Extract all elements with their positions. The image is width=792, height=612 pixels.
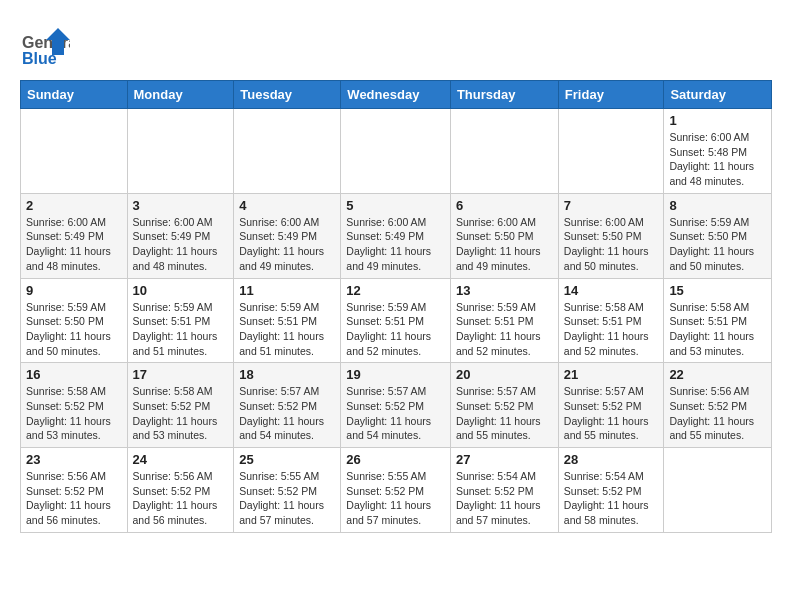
day-cell: 26Sunrise: 5:55 AM Sunset: 5:52 PM Dayli… xyxy=(341,448,451,533)
day-info: Sunrise: 5:55 AM Sunset: 5:52 PM Dayligh… xyxy=(239,469,335,528)
day-cell: 15Sunrise: 5:58 AM Sunset: 5:51 PM Dayli… xyxy=(664,278,772,363)
day-info: Sunrise: 5:57 AM Sunset: 5:52 PM Dayligh… xyxy=(239,384,335,443)
day-info: Sunrise: 5:54 AM Sunset: 5:52 PM Dayligh… xyxy=(564,469,659,528)
day-number: 23 xyxy=(26,452,122,467)
day-cell: 23Sunrise: 5:56 AM Sunset: 5:52 PM Dayli… xyxy=(21,448,128,533)
day-number: 2 xyxy=(26,198,122,213)
day-number: 20 xyxy=(456,367,553,382)
day-cell: 22Sunrise: 5:56 AM Sunset: 5:52 PM Dayli… xyxy=(664,363,772,448)
day-cell: 27Sunrise: 5:54 AM Sunset: 5:52 PM Dayli… xyxy=(450,448,558,533)
day-info: Sunrise: 6:00 AM Sunset: 5:50 PM Dayligh… xyxy=(456,215,553,274)
day-cell xyxy=(450,109,558,194)
day-info: Sunrise: 5:59 AM Sunset: 5:50 PM Dayligh… xyxy=(669,215,766,274)
day-number: 24 xyxy=(133,452,229,467)
day-number: 28 xyxy=(564,452,659,467)
day-info: Sunrise: 5:54 AM Sunset: 5:52 PM Dayligh… xyxy=(456,469,553,528)
day-number: 19 xyxy=(346,367,445,382)
day-cell xyxy=(664,448,772,533)
day-number: 25 xyxy=(239,452,335,467)
day-number: 18 xyxy=(239,367,335,382)
day-number: 3 xyxy=(133,198,229,213)
day-cell: 18Sunrise: 5:57 AM Sunset: 5:52 PM Dayli… xyxy=(234,363,341,448)
day-cell: 2Sunrise: 6:00 AM Sunset: 5:49 PM Daylig… xyxy=(21,193,128,278)
col-header-monday: Monday xyxy=(127,81,234,109)
day-cell: 7Sunrise: 6:00 AM Sunset: 5:50 PM Daylig… xyxy=(558,193,664,278)
day-info: Sunrise: 5:59 AM Sunset: 5:51 PM Dayligh… xyxy=(133,300,229,359)
day-info: Sunrise: 5:58 AM Sunset: 5:52 PM Dayligh… xyxy=(26,384,122,443)
day-info: Sunrise: 5:55 AM Sunset: 5:52 PM Dayligh… xyxy=(346,469,445,528)
page-header: General Blue xyxy=(20,20,772,70)
day-cell: 20Sunrise: 5:57 AM Sunset: 5:52 PM Dayli… xyxy=(450,363,558,448)
day-number: 9 xyxy=(26,283,122,298)
day-number: 13 xyxy=(456,283,553,298)
day-info: Sunrise: 5:58 AM Sunset: 5:51 PM Dayligh… xyxy=(564,300,659,359)
day-number: 12 xyxy=(346,283,445,298)
day-info: Sunrise: 6:00 AM Sunset: 5:49 PM Dayligh… xyxy=(26,215,122,274)
svg-text:Blue: Blue xyxy=(22,50,57,67)
day-cell: 1Sunrise: 6:00 AM Sunset: 5:48 PM Daylig… xyxy=(664,109,772,194)
day-cell xyxy=(341,109,451,194)
day-info: Sunrise: 6:00 AM Sunset: 5:50 PM Dayligh… xyxy=(564,215,659,274)
day-cell: 14Sunrise: 5:58 AM Sunset: 5:51 PM Dayli… xyxy=(558,278,664,363)
day-number: 5 xyxy=(346,198,445,213)
day-cell: 12Sunrise: 5:59 AM Sunset: 5:51 PM Dayli… xyxy=(341,278,451,363)
week-row-2: 2Sunrise: 6:00 AM Sunset: 5:49 PM Daylig… xyxy=(21,193,772,278)
day-number: 14 xyxy=(564,283,659,298)
col-header-sunday: Sunday xyxy=(21,81,128,109)
logo: General Blue xyxy=(20,20,74,70)
week-row-4: 16Sunrise: 5:58 AM Sunset: 5:52 PM Dayli… xyxy=(21,363,772,448)
week-row-3: 9Sunrise: 5:59 AM Sunset: 5:50 PM Daylig… xyxy=(21,278,772,363)
day-cell: 6Sunrise: 6:00 AM Sunset: 5:50 PM Daylig… xyxy=(450,193,558,278)
day-info: Sunrise: 5:57 AM Sunset: 5:52 PM Dayligh… xyxy=(456,384,553,443)
week-row-5: 23Sunrise: 5:56 AM Sunset: 5:52 PM Dayli… xyxy=(21,448,772,533)
col-header-wednesday: Wednesday xyxy=(341,81,451,109)
day-info: Sunrise: 5:59 AM Sunset: 5:51 PM Dayligh… xyxy=(456,300,553,359)
day-number: 11 xyxy=(239,283,335,298)
day-cell: 24Sunrise: 5:56 AM Sunset: 5:52 PM Dayli… xyxy=(127,448,234,533)
day-number: 10 xyxy=(133,283,229,298)
day-number: 27 xyxy=(456,452,553,467)
day-number: 22 xyxy=(669,367,766,382)
day-info: Sunrise: 5:56 AM Sunset: 5:52 PM Dayligh… xyxy=(26,469,122,528)
day-info: Sunrise: 5:59 AM Sunset: 5:51 PM Dayligh… xyxy=(346,300,445,359)
week-row-1: 1Sunrise: 6:00 AM Sunset: 5:48 PM Daylig… xyxy=(21,109,772,194)
day-number: 8 xyxy=(669,198,766,213)
day-number: 26 xyxy=(346,452,445,467)
day-cell: 9Sunrise: 5:59 AM Sunset: 5:50 PM Daylig… xyxy=(21,278,128,363)
day-cell xyxy=(127,109,234,194)
day-number: 15 xyxy=(669,283,766,298)
day-number: 4 xyxy=(239,198,335,213)
day-cell xyxy=(21,109,128,194)
day-cell: 13Sunrise: 5:59 AM Sunset: 5:51 PM Dayli… xyxy=(450,278,558,363)
day-cell: 5Sunrise: 6:00 AM Sunset: 5:49 PM Daylig… xyxy=(341,193,451,278)
col-header-saturday: Saturday xyxy=(664,81,772,109)
day-cell: 21Sunrise: 5:57 AM Sunset: 5:52 PM Dayli… xyxy=(558,363,664,448)
day-info: Sunrise: 5:57 AM Sunset: 5:52 PM Dayligh… xyxy=(346,384,445,443)
col-header-tuesday: Tuesday xyxy=(234,81,341,109)
logo-icon: General Blue xyxy=(20,20,70,70)
day-cell: 4Sunrise: 6:00 AM Sunset: 5:49 PM Daylig… xyxy=(234,193,341,278)
calendar-table: SundayMondayTuesdayWednesdayThursdayFrid… xyxy=(20,80,772,533)
day-cell xyxy=(234,109,341,194)
col-header-friday: Friday xyxy=(558,81,664,109)
day-info: Sunrise: 6:00 AM Sunset: 5:49 PM Dayligh… xyxy=(346,215,445,274)
day-info: Sunrise: 5:57 AM Sunset: 5:52 PM Dayligh… xyxy=(564,384,659,443)
day-number: 1 xyxy=(669,113,766,128)
day-info: Sunrise: 5:58 AM Sunset: 5:52 PM Dayligh… xyxy=(133,384,229,443)
day-cell: 3Sunrise: 6:00 AM Sunset: 5:49 PM Daylig… xyxy=(127,193,234,278)
day-info: Sunrise: 5:56 AM Sunset: 5:52 PM Dayligh… xyxy=(669,384,766,443)
day-cell: 28Sunrise: 5:54 AM Sunset: 5:52 PM Dayli… xyxy=(558,448,664,533)
day-info: Sunrise: 6:00 AM Sunset: 5:49 PM Dayligh… xyxy=(133,215,229,274)
day-cell: 16Sunrise: 5:58 AM Sunset: 5:52 PM Dayli… xyxy=(21,363,128,448)
day-info: Sunrise: 5:59 AM Sunset: 5:51 PM Dayligh… xyxy=(239,300,335,359)
day-number: 7 xyxy=(564,198,659,213)
day-cell: 25Sunrise: 5:55 AM Sunset: 5:52 PM Dayli… xyxy=(234,448,341,533)
day-cell: 10Sunrise: 5:59 AM Sunset: 5:51 PM Dayli… xyxy=(127,278,234,363)
col-header-thursday: Thursday xyxy=(450,81,558,109)
day-cell: 8Sunrise: 5:59 AM Sunset: 5:50 PM Daylig… xyxy=(664,193,772,278)
day-cell xyxy=(558,109,664,194)
day-number: 16 xyxy=(26,367,122,382)
calendar-header-row: SundayMondayTuesdayWednesdayThursdayFrid… xyxy=(21,81,772,109)
day-info: Sunrise: 5:56 AM Sunset: 5:52 PM Dayligh… xyxy=(133,469,229,528)
day-number: 17 xyxy=(133,367,229,382)
